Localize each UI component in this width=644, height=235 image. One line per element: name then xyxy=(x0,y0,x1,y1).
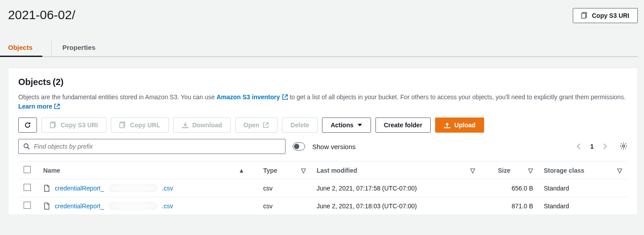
object-name-link[interactable]: credentialReport_ xyxy=(55,203,104,210)
svg-point-6 xyxy=(24,144,28,148)
cell-last-modified: June 2, 2021, 07:17:58 (UTC-07:00) xyxy=(311,179,481,197)
pager-current: 1 xyxy=(590,143,594,150)
refresh-icon xyxy=(24,122,31,129)
create-folder-button[interactable]: Create folder xyxy=(375,118,431,133)
page-title: 2021-06-02/ xyxy=(8,8,75,22)
table-row: credentialReport_.csvcsvJune 2, 2021, 07… xyxy=(18,179,628,197)
chevron-right-icon[interactable] xyxy=(602,143,608,150)
inventory-link[interactable]: Amazon S3 inventory xyxy=(216,93,280,101)
svg-rect-1 xyxy=(582,13,586,18)
object-name-link[interactable]: credentialReport_ xyxy=(55,185,104,192)
objects-table: Name ▲ Type▽ Last modified▽ Size▽ Storag… xyxy=(18,161,628,215)
caret-down-icon xyxy=(357,122,363,128)
cell-storage-class: Standard xyxy=(538,197,628,215)
learn-more-link[interactable]: Learn more xyxy=(18,103,52,110)
external-link-icon xyxy=(54,103,60,109)
sort-asc-icon: ▲ xyxy=(238,167,245,174)
tab-properties[interactable]: Properties xyxy=(51,39,95,57)
redacted-segment xyxy=(109,202,158,210)
copy-icon xyxy=(119,122,126,129)
column-options-icon: ▽ xyxy=(470,167,475,174)
objects-panel: Objects (2) Objects are the fundamental … xyxy=(8,68,638,215)
file-icon xyxy=(43,203,50,210)
panel-count: (2) xyxy=(53,77,63,87)
col-type[interactable]: Type▽ xyxy=(258,162,311,179)
tabs-bar: Objects Properties xyxy=(8,39,638,57)
actions-label: Actions xyxy=(330,122,353,129)
cell-type: csv xyxy=(258,179,311,197)
show-versions-toggle[interactable] xyxy=(293,142,305,150)
upload-button[interactable]: Upload xyxy=(435,118,484,133)
panel-desc-pre: Objects are the fundamental entities sto… xyxy=(18,93,216,101)
cell-type: csv xyxy=(258,197,311,215)
external-link-icon xyxy=(263,122,269,128)
tab-objects[interactable]: Objects xyxy=(8,39,33,57)
redacted-segment xyxy=(109,184,158,192)
copy-url-button[interactable]: Copy URL xyxy=(111,118,169,133)
gear-icon xyxy=(620,142,628,150)
chevron-left-icon[interactable] xyxy=(576,143,582,150)
row-checkbox[interactable] xyxy=(24,202,31,209)
svg-rect-3 xyxy=(50,123,54,128)
copy-icon xyxy=(50,122,57,129)
actions-button[interactable]: Actions xyxy=(322,118,371,133)
cell-storage-class: Standard xyxy=(538,179,628,197)
refresh-button[interactable] xyxy=(18,118,37,133)
col-name[interactable]: Name ▲ xyxy=(38,162,258,179)
cell-size: 871.0 B xyxy=(481,197,538,215)
search-input-wrap[interactable] xyxy=(18,139,285,154)
delete-button[interactable]: Delete xyxy=(282,118,318,133)
delete-label: Delete xyxy=(290,122,309,129)
search-input[interactable] xyxy=(34,143,281,150)
copy-url-label: Copy URL xyxy=(130,122,160,129)
object-name-suffix[interactable]: .csv xyxy=(162,185,173,192)
panel-description: Objects are the fundamental entities sto… xyxy=(18,93,628,111)
svg-rect-5 xyxy=(120,123,124,128)
panel-desc-mid: to get a list of all objects in your buc… xyxy=(289,93,625,101)
file-icon xyxy=(43,185,50,192)
cell-size: 656.0 B xyxy=(481,179,538,197)
copy-s3-uri-button[interactable]: Copy S3 URI xyxy=(41,118,106,133)
toolbar: Copy S3 URI Copy URL Download Open Delet… xyxy=(18,118,628,133)
copy-icon xyxy=(581,12,588,19)
copy-s3-uri-header-label: Copy S3 URI xyxy=(592,12,629,19)
open-button[interactable]: Open xyxy=(235,118,278,133)
column-options-icon: ▽ xyxy=(528,167,533,174)
panel-heading: Objects xyxy=(18,77,51,87)
settings-button[interactable] xyxy=(620,142,628,151)
copy-s3-uri-header-button[interactable]: Copy S3 URI xyxy=(573,8,638,23)
row-checkbox[interactable] xyxy=(24,184,31,191)
cell-last-modified: June 2, 2021, 07:18:03 (UTC-07:00) xyxy=(311,197,481,215)
external-link-icon xyxy=(282,94,288,100)
column-options-icon: ▽ xyxy=(617,167,622,174)
create-folder-label: Create folder xyxy=(384,122,422,129)
col-size[interactable]: Size▽ xyxy=(481,162,538,179)
col-storage-class[interactable]: Storage class▽ xyxy=(538,162,628,179)
download-label: Download xyxy=(192,122,222,129)
copy-s3-uri-label: Copy S3 URI xyxy=(61,122,98,129)
open-label: Open xyxy=(244,122,260,129)
pager: 1 xyxy=(576,142,628,151)
search-icon xyxy=(23,143,30,150)
show-versions-label: Show versions xyxy=(312,143,356,150)
object-name-suffix[interactable]: .csv xyxy=(162,203,173,210)
download-button[interactable]: Download xyxy=(173,118,231,133)
download-icon xyxy=(182,122,189,129)
table-row: credentialReport_.csvcsvJune 2, 2021, 07… xyxy=(18,197,628,215)
svg-point-7 xyxy=(623,145,625,147)
select-all-checkbox[interactable] xyxy=(24,166,31,173)
upload-icon xyxy=(444,122,451,129)
column-options-icon: ▽ xyxy=(301,167,306,174)
col-last-modified[interactable]: Last modified▽ xyxy=(311,162,481,179)
upload-label: Upload xyxy=(454,122,475,129)
